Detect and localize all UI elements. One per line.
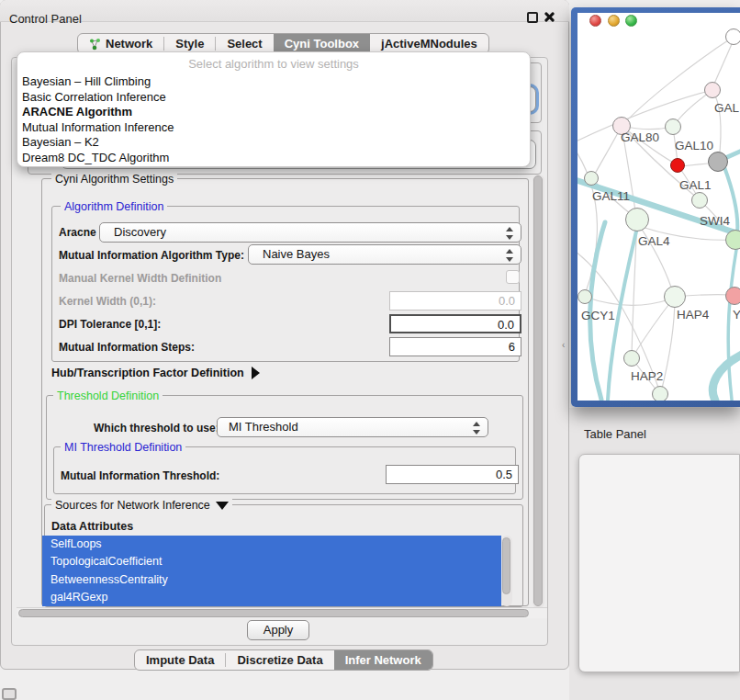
control-panel-title: Control Panel	[9, 12, 82, 26]
apply-button[interactable]: Apply	[247, 620, 309, 640]
node-unlabeled-top[interactable]	[725, 28, 740, 45]
algorithm-option[interactable]: Basic Correlation Inference	[17, 90, 530, 106]
mi-algorithm-type-select[interactable]: Naive Bayes	[248, 244, 521, 265]
attributes-scrollbar[interactable]	[501, 536, 512, 606]
node-label: GCY1	[581, 309, 615, 322]
node-swi4[interactable]	[725, 230, 740, 250]
settings-hscrollbar[interactable]	[17, 607, 547, 618]
window-minimize-icon[interactable]	[608, 15, 620, 27]
minimized-panel-icon[interactable]	[2, 688, 17, 700]
node-label: GAL	[714, 101, 739, 115]
collapse-arrow-icon	[216, 502, 229, 510]
tab-label: Style	[175, 37, 204, 51]
algorithm-option[interactable]: Dream8 DC_TDC Algorithm	[17, 151, 530, 166]
which-threshold-select[interactable]: MI Threshold	[217, 417, 488, 437]
aracne-mode-select[interactable]: Discovery	[99, 222, 521, 243]
mi-steps-input[interactable]: 6	[389, 337, 521, 356]
mi-steps-label: Mutual Information Steps:	[59, 341, 195, 354]
tab-label: Network	[106, 37, 152, 51]
hub-definition-label: Hub/Transcription Factor Definition	[51, 367, 244, 379]
sources-expander[interactable]: Sources for Network Inference	[51, 499, 232, 512]
node-label: SWI4	[700, 214, 730, 228]
algorithm-option-list: Bayesian – Hill ClimbingBasic Correlatio…	[17, 74, 530, 166]
tab-infer-network[interactable]: Infer Network	[334, 649, 432, 671]
node-table-window	[578, 454, 740, 672]
tab-discretize-data[interactable]: Discretize Data	[226, 649, 333, 671]
kernel-width-input[interactable]: 0.0	[389, 291, 521, 310]
network-icon	[89, 38, 101, 51]
tab-label: Select	[227, 37, 262, 51]
node-gal4[interactable]	[625, 208, 649, 231]
manual-kernel-checkbox[interactable]	[506, 270, 520, 284]
window-close-icon[interactable]	[589, 15, 601, 27]
cyni-bottom-tabbar: Impute Data Discretize Data Infer Networ…	[134, 649, 433, 671]
node-salmon[interactable]	[725, 287, 740, 305]
mi-threshold-input[interactable]: 0.5	[386, 465, 519, 484]
kernel-width-label: Kernel Width (0,1):	[59, 295, 156, 308]
node-gray[interactable]	[708, 152, 728, 172]
dropdown-placeholder: Select algorithm to view settings	[17, 55, 530, 74]
node-gal11[interactable]	[584, 171, 599, 186]
node-gcy1[interactable]	[577, 289, 592, 304]
control-panel-titlebar[interactable]	[0, 0, 569, 22]
mi-type-label: Mutual Information Algorithm Type:	[59, 249, 244, 262]
node-hap2[interactable]	[623, 350, 640, 367]
node-label: HAP4	[677, 308, 709, 322]
node-hap4[interactable]	[664, 286, 686, 308]
expand-arrow-icon	[252, 367, 260, 379]
node-label: GAL80	[621, 130, 659, 144]
selected-value: Discovery	[114, 225, 166, 239]
stepper-arrows-icon	[506, 248, 513, 263]
attribute-item[interactable]: gal4RGexp	[42, 589, 501, 606]
panel-resize-handle[interactable]: ‹	[562, 340, 565, 350]
network-canvas[interactable]: GALGAL80GAL10GAL1GAL11SWI4GAL4GCY1HAP4YH…	[577, 13, 740, 401]
hub-definition-expander[interactable]: Hub/Transcription Factor Definition	[51, 367, 260, 379]
node-label: GAL10	[675, 139, 713, 152]
close-icon[interactable]	[544, 11, 555, 23]
node-label: GAL1	[679, 178, 712, 192]
tab-label: jActiveMNodules	[381, 37, 477, 51]
node-gal10[interactable]	[665, 119, 681, 135]
tab-label: Discretize Data	[237, 653, 322, 667]
selected-value: MI Threshold	[229, 420, 298, 434]
tab-label: Impute Data	[146, 653, 214, 667]
desktop: Control Panel Network Style Select Cyni …	[0, 0, 740, 700]
algorithm-option[interactable]: ARACNE Algorithm	[17, 105, 530, 120]
node-gal7[interactable]	[704, 82, 721, 98]
sources-title: Sources for Network Inference	[55, 499, 210, 512]
algorithm-option[interactable]: Bayesian – K2	[17, 135, 530, 151]
dpi-tolerance-input[interactable]: 0.0	[389, 314, 521, 333]
settings-scrollbar[interactable]	[533, 175, 544, 608]
tab-label: Infer Network	[345, 653, 421, 667]
group-title: Cyni Algorithm Settings	[51, 173, 177, 186]
node-gal1[interactable]	[691, 192, 708, 209]
algorithm-option[interactable]: Bayesian – Hill Climbing	[17, 74, 530, 90]
group-title: MI Threshold Definition	[61, 441, 185, 454]
group-title: Threshold Definition	[53, 390, 163, 402]
data-attributes-list[interactable]: SelfLoopsTopologicalCoefficientBetweenne…	[42, 536, 501, 606]
node-red[interactable]	[670, 158, 685, 173]
tab-label: Cyni Toolbox	[285, 37, 359, 51]
node-label: HAP2	[631, 369, 663, 383]
which-threshold-label: Which threshold to use:	[94, 422, 219, 435]
stepper-arrows-icon	[506, 226, 513, 241]
float-window-icon[interactable]	[527, 12, 538, 23]
attribute-item[interactable]: BetweennessCentrality	[42, 571, 501, 589]
window-zoom-icon[interactable]	[625, 15, 637, 27]
node-label: GAL11	[592, 189, 630, 203]
network-edges	[577, 13, 740, 401]
data-attributes-label: Data Attributes	[51, 520, 133, 533]
attribute-item[interactable]: TopologicalCoefficient	[42, 553, 501, 570]
table-panel-title: Table Panel	[584, 427, 646, 441]
algorithm-option[interactable]: Mutual Information Inference	[17, 120, 530, 136]
node-label: Y	[733, 308, 740, 322]
selected-value: Naive Bayes	[263, 247, 330, 261]
node-bottom[interactable]	[652, 386, 668, 401]
mi-threshold-label: Mutual Information Threshold:	[61, 469, 219, 482]
stepper-arrows-icon	[473, 421, 480, 435]
algorithm-dropdown-popup: Select algorithm to view settings Bayesi…	[17, 51, 531, 167]
attribute-item[interactable]: SelfLoops	[42, 536, 501, 553]
dpi-tolerance-label: DPI Tolerance [0,1]:	[59, 318, 161, 331]
node-label: GAL4	[638, 234, 670, 248]
tab-impute-data[interactable]: Impute Data	[135, 649, 225, 671]
